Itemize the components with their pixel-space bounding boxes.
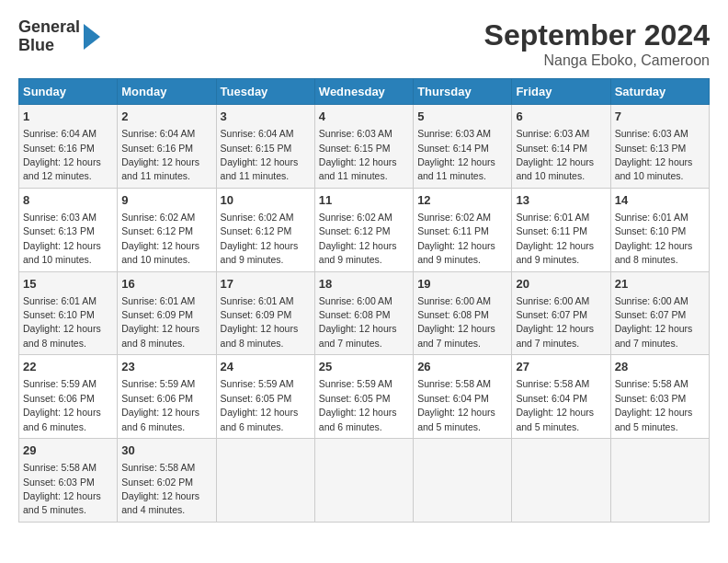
- day-info: Sunrise: 6:04 AMSunset: 6:16 PMDaylight:…: [23, 128, 101, 181]
- calendar-day-cell: 17Sunrise: 6:01 AMSunset: 6:09 PMDayligh…: [216, 271, 314, 355]
- day-number: 2: [121, 109, 211, 125]
- day-info: Sunrise: 6:04 AMSunset: 6:16 PMDaylight:…: [121, 128, 199, 181]
- day-number: 1: [23, 109, 113, 125]
- calendar-subtitle: Nanga Eboko, Cameroon: [484, 52, 710, 69]
- calendar-week-row: 1Sunrise: 6:04 AMSunset: 6:16 PMDaylight…: [19, 105, 710, 189]
- day-number: 23: [121, 359, 211, 375]
- day-number: 17: [221, 276, 311, 293]
- calendar-day-cell: 2Sunrise: 6:04 AMSunset: 6:16 PMDaylight…: [118, 105, 216, 189]
- calendar-day-cell: 11Sunrise: 6:02 AMSunset: 6:12 PMDayligh…: [314, 188, 413, 271]
- day-number: 29: [23, 442, 113, 459]
- day-number: 25: [319, 359, 409, 375]
- day-number: 26: [417, 359, 507, 375]
- day-number: 15: [23, 276, 113, 293]
- calendar-day-cell: 30Sunrise: 5:58 AMSunset: 6:02 PMDayligh…: [118, 439, 216, 523]
- day-number: 18: [319, 276, 409, 293]
- day-number: 11: [319, 192, 409, 209]
- calendar-day-cell: 7Sunrise: 6:03 AMSunset: 6:13 PMDaylight…: [610, 105, 709, 189]
- day-number: 10: [221, 192, 311, 209]
- logo: General Blue: [18, 18, 100, 55]
- day-info: Sunrise: 5:58 AMSunset: 6:04 PMDaylight:…: [417, 378, 495, 431]
- day-number: 7: [615, 109, 705, 125]
- calendar-week-row: 15Sunrise: 6:01 AMSunset: 6:10 PMDayligh…: [19, 271, 710, 355]
- calendar-day-cell: 14Sunrise: 6:01 AMSunset: 6:10 PMDayligh…: [610, 188, 709, 271]
- day-info: Sunrise: 5:59 AMSunset: 6:05 PMDaylight:…: [319, 378, 397, 431]
- calendar-title: September 2024: [484, 18, 710, 52]
- day-number: 4: [319, 109, 409, 125]
- day-info: Sunrise: 6:01 AMSunset: 6:11 PMDaylight:…: [516, 212, 594, 265]
- calendar-week-row: 22Sunrise: 5:59 AMSunset: 6:06 PMDayligh…: [19, 355, 710, 439]
- calendar-day-cell: 10Sunrise: 6:02 AMSunset: 6:12 PMDayligh…: [216, 188, 314, 271]
- calendar-day-cell: 13Sunrise: 6:01 AMSunset: 6:11 PMDayligh…: [512, 188, 610, 271]
- calendar-day-cell: [414, 439, 512, 523]
- day-info: Sunrise: 6:02 AMSunset: 6:11 PMDaylight:…: [417, 212, 495, 265]
- day-number: 20: [516, 276, 606, 293]
- day-info: Sunrise: 5:58 AMSunset: 6:04 PMDaylight:…: [516, 378, 594, 431]
- weekday-header-friday: Friday: [512, 79, 610, 105]
- title-block: September 2024 Nanga Eboko, Cameroon: [484, 18, 710, 69]
- calendar-day-cell: 18Sunrise: 6:00 AMSunset: 6:08 PMDayligh…: [314, 271, 413, 355]
- calendar-day-cell: 15Sunrise: 6:01 AMSunset: 6:10 PMDayligh…: [19, 271, 118, 355]
- day-number: 21: [615, 276, 705, 293]
- day-info: Sunrise: 6:00 AMSunset: 6:08 PMDaylight:…: [319, 295, 397, 349]
- calendar-day-cell: 1Sunrise: 6:04 AMSunset: 6:16 PMDaylight…: [19, 105, 118, 189]
- day-number: 22: [23, 359, 113, 375]
- day-info: Sunrise: 6:03 AMSunset: 6:14 PMDaylight:…: [516, 128, 594, 181]
- day-info: Sunrise: 5:59 AMSunset: 6:06 PMDaylight:…: [23, 378, 101, 431]
- day-number: 27: [516, 359, 606, 375]
- weekday-header-wednesday: Wednesday: [314, 79, 413, 105]
- day-info: Sunrise: 6:01 AMSunset: 6:09 PMDaylight:…: [221, 295, 299, 349]
- calendar-day-cell: 4Sunrise: 6:03 AMSunset: 6:15 PMDaylight…: [314, 105, 413, 189]
- day-number: 12: [417, 192, 507, 209]
- page-header: General Blue September 2024 Nanga Eboko,…: [18, 18, 710, 69]
- day-info: Sunrise: 6:03 AMSunset: 6:15 PMDaylight:…: [319, 128, 397, 181]
- weekday-header-sunday: Sunday: [19, 79, 118, 105]
- day-info: Sunrise: 6:02 AMSunset: 6:12 PMDaylight:…: [221, 212, 299, 265]
- day-number: 5: [417, 109, 507, 125]
- day-info: Sunrise: 5:59 AMSunset: 6:06 PMDaylight:…: [121, 378, 199, 431]
- calendar-day-cell: 9Sunrise: 6:02 AMSunset: 6:12 PMDaylight…: [118, 188, 216, 271]
- calendar-body: 1Sunrise: 6:04 AMSunset: 6:16 PMDaylight…: [19, 105, 710, 523]
- calendar-day-cell: [216, 439, 314, 523]
- weekday-header-tuesday: Tuesday: [216, 79, 314, 105]
- calendar-day-cell: 12Sunrise: 6:02 AMSunset: 6:11 PMDayligh…: [414, 188, 512, 271]
- logo-line1: General: [18, 18, 80, 37]
- calendar-day-cell: 26Sunrise: 5:58 AMSunset: 6:04 PMDayligh…: [414, 355, 512, 439]
- day-info: Sunrise: 6:02 AMSunset: 6:12 PMDaylight:…: [319, 212, 397, 265]
- calendar-day-cell: [314, 439, 413, 523]
- calendar-day-cell: 3Sunrise: 6:04 AMSunset: 6:15 PMDaylight…: [216, 105, 314, 189]
- day-number: 8: [23, 192, 113, 209]
- day-info: Sunrise: 6:03 AMSunset: 6:13 PMDaylight:…: [23, 212, 101, 265]
- calendar-day-cell: [610, 439, 709, 523]
- calendar-day-cell: 23Sunrise: 5:59 AMSunset: 6:06 PMDayligh…: [118, 355, 216, 439]
- day-info: Sunrise: 6:01 AMSunset: 6:10 PMDaylight:…: [23, 295, 101, 349]
- day-info: Sunrise: 6:02 AMSunset: 6:12 PMDaylight:…: [121, 212, 199, 265]
- weekday-header-saturday: Saturday: [610, 79, 709, 105]
- day-info: Sunrise: 5:58 AMSunset: 6:03 PMDaylight:…: [23, 462, 101, 515]
- calendar-day-cell: 6Sunrise: 6:03 AMSunset: 6:14 PMDaylight…: [512, 105, 610, 189]
- day-number: 30: [121, 442, 211, 459]
- calendar-week-row: 29Sunrise: 5:58 AMSunset: 6:03 PMDayligh…: [19, 439, 710, 523]
- calendar-day-cell: 27Sunrise: 5:58 AMSunset: 6:04 PMDayligh…: [512, 355, 610, 439]
- calendar-header: SundayMondayTuesdayWednesdayThursdayFrid…: [19, 79, 710, 105]
- calendar-day-cell: 24Sunrise: 5:59 AMSunset: 6:05 PMDayligh…: [216, 355, 314, 439]
- calendar-day-cell: 21Sunrise: 6:00 AMSunset: 6:07 PMDayligh…: [610, 271, 709, 355]
- logo-line2: Blue: [18, 37, 80, 55]
- calendar-day-cell: 16Sunrise: 6:01 AMSunset: 6:09 PMDayligh…: [118, 271, 216, 355]
- weekday-header-thursday: Thursday: [414, 79, 512, 105]
- logo-arrow-icon: [84, 24, 100, 50]
- day-info: Sunrise: 6:04 AMSunset: 6:15 PMDaylight:…: [221, 128, 299, 181]
- calendar-day-cell: 20Sunrise: 6:00 AMSunset: 6:07 PMDayligh…: [512, 271, 610, 355]
- day-info: Sunrise: 5:58 AMSunset: 6:03 PMDaylight:…: [615, 378, 693, 431]
- day-number: 13: [516, 192, 606, 209]
- day-info: Sunrise: 6:01 AMSunset: 6:10 PMDaylight:…: [615, 212, 693, 265]
- logo-text: General Blue: [18, 18, 80, 55]
- day-number: 24: [221, 359, 311, 375]
- calendar-day-cell: 29Sunrise: 5:58 AMSunset: 6:03 PMDayligh…: [19, 439, 118, 523]
- day-number: 14: [615, 192, 705, 209]
- calendar-week-row: 8Sunrise: 6:03 AMSunset: 6:13 PMDaylight…: [19, 188, 710, 271]
- day-info: Sunrise: 6:00 AMSunset: 6:07 PMDaylight:…: [516, 295, 594, 349]
- day-info: Sunrise: 6:01 AMSunset: 6:09 PMDaylight:…: [121, 295, 199, 349]
- weekday-header-row: SundayMondayTuesdayWednesdayThursdayFrid…: [19, 79, 710, 105]
- day-info: Sunrise: 6:03 AMSunset: 6:13 PMDaylight:…: [615, 128, 693, 181]
